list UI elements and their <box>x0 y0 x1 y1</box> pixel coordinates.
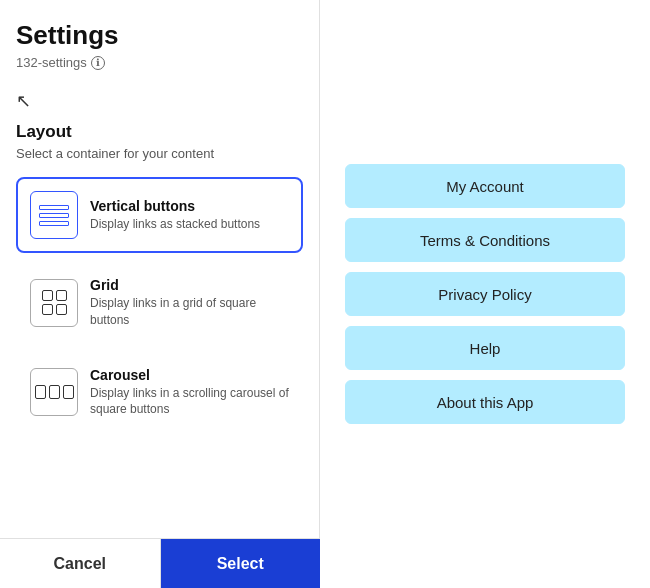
grid-option-text: Grid Display links in a grid of square b… <box>90 277 289 329</box>
bottom-bar: Cancel Select <box>0 538 320 588</box>
preview-button-privacy[interactable]: Privacy Policy <box>345 272 625 316</box>
settings-id: 132-settings ℹ <box>16 55 303 70</box>
cursor-indicator: ↖ <box>16 90 303 112</box>
settings-id-text: 132-settings <box>16 55 87 70</box>
layout-option-vertical[interactable]: Vertical buttons Display links as stacke… <box>16 177 303 253</box>
select-button[interactable]: Select <box>161 539 321 588</box>
preview-button-terms[interactable]: Terms & Conditions <box>345 218 625 262</box>
preview-button-about[interactable]: About this App <box>345 380 625 424</box>
carousel-option-desc: Display links in a scrolling carousel of… <box>90 385 289 419</box>
preview-panel: My Account Terms & Conditions Privacy Po… <box>320 0 650 588</box>
carousel-icon <box>30 368 78 416</box>
layout-title: Layout <box>16 122 303 142</box>
vertical-option-text: Vertical buttons Display links as stacke… <box>90 198 260 233</box>
preview-button-help[interactable]: Help <box>345 326 625 370</box>
vertical-option-title: Vertical buttons <box>90 198 260 214</box>
cancel-button[interactable]: Cancel <box>0 539 161 588</box>
carousel-option-title: Carousel <box>90 367 289 383</box>
settings-title: Settings <box>16 20 303 51</box>
carousel-option-text: Carousel Display links in a scrolling ca… <box>90 367 289 419</box>
grid-option-title: Grid <box>90 277 289 293</box>
layout-option-grid[interactable]: Grid Display links in a grid of square b… <box>16 263 303 343</box>
info-icon: ℹ <box>91 56 105 70</box>
grid-icon <box>30 279 78 327</box>
vertical-option-desc: Display links as stacked buttons <box>90 216 260 233</box>
layout-option-carousel[interactable]: Carousel Display links in a scrolling ca… <box>16 353 303 433</box>
vertical-icon <box>30 191 78 239</box>
preview-button-my-account[interactable]: My Account <box>345 164 625 208</box>
grid-option-desc: Display links in a grid of square button… <box>90 295 289 329</box>
layout-subtitle: Select a container for your content <box>16 146 303 161</box>
